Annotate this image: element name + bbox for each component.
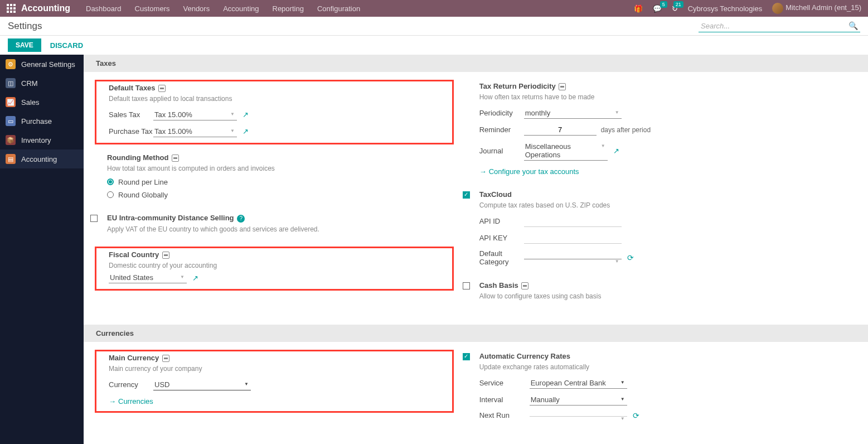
checkbox-taxcloud[interactable]: [463, 191, 470, 199]
dev-mode-icon[interactable]: [158, 85, 166, 92]
card-desc: How total tax amount is computed in orde…: [107, 164, 449, 173]
checkbox-cash-basis[interactable]: [463, 282, 470, 289]
gift-icon[interactable]: 🎁: [634, 4, 643, 13]
caret-icon: ▼: [180, 274, 185, 279]
card-desc: Allow to configure taxes using cash basi…: [479, 292, 822, 301]
card-desc: Domestic country of your accounting: [109, 261, 448, 271]
api-key-label: API KEY: [479, 234, 524, 242]
category-select[interactable]: ▼: [524, 257, 622, 259]
caret-icon: ▼: [615, 259, 619, 264]
external-link-icon[interactable]: ↗: [192, 274, 198, 282]
sidebar-item-inventory[interactable]: 📦Inventory: [0, 131, 84, 149]
dev-mode-icon[interactable]: [162, 252, 169, 259]
nav-vendors[interactable]: Vendors: [183, 4, 210, 13]
card-title: Cash Basis: [479, 281, 518, 289]
service-select[interactable]: European Central Bank▼: [530, 378, 627, 389]
service-label: Service: [479, 379, 530, 387]
periodicity-select[interactable]: monthly▼: [524, 108, 622, 119]
card-title: Tax Return Periodicity: [479, 82, 556, 90]
link-currencies[interactable]: →Currencies: [109, 397, 153, 406]
accounting-icon: ▤: [6, 154, 16, 164]
reload-icon[interactable]: ⟳: [633, 411, 639, 420]
sidebar-item-crm[interactable]: ◫CRM: [0, 74, 84, 93]
card-title: Fiscal Country: [109, 250, 159, 259]
settings-content: Taxes Default Taxes Default taxes applie…: [84, 55, 868, 444]
sidebar-item-purchase[interactable]: ▭Purchase: [0, 112, 84, 131]
checkbox-auto-rates[interactable]: [463, 353, 470, 360]
external-link-icon[interactable]: ↗: [243, 110, 249, 119]
card-fiscal-country: Fiscal Country Domestic country of your …: [95, 247, 454, 291]
nav-customers[interactable]: Customers: [135, 4, 170, 13]
link-configure-tax[interactable]: →Configure your tax accounts: [479, 167, 579, 176]
purchase-tax-select[interactable]: Tax 15.00%▼: [153, 126, 237, 137]
inventory-icon: 📦: [6, 135, 16, 145]
api-id-label: API ID: [479, 217, 524, 225]
messages-icon[interactable]: 💬5: [653, 4, 662, 13]
caret-icon: ▼: [620, 416, 625, 421]
nav-configuration[interactable]: Configuration: [317, 4, 360, 13]
app-title[interactable]: Accounting: [21, 3, 70, 13]
nav-right: 🎁 💬5 ↻21 Cybrosys Technologies Mitchell …: [634, 3, 861, 14]
messages-badge: 5: [660, 1, 667, 8]
search-icon[interactable]: 🔍: [848, 21, 858, 30]
sidebar-label: CRM: [21, 79, 38, 88]
card-rounding: Rounding Method How total tax amount is …: [95, 151, 454, 205]
reminder-input[interactable]: [524, 124, 597, 136]
save-button[interactable]: SAVE: [8, 38, 41, 52]
card-title: Rounding Method: [107, 153, 168, 162]
external-link-icon[interactable]: ↗: [243, 127, 249, 136]
sidebar-label: Purchase: [21, 117, 52, 126]
help-icon[interactable]: ?: [237, 215, 245, 223]
dev-mode-icon[interactable]: [172, 155, 179, 162]
api-id-input[interactable]: [524, 216, 622, 227]
action-bar: SAVE DISCARD: [0, 36, 868, 55]
dev-mode-icon[interactable]: [559, 83, 566, 90]
apps-grid-icon[interactable]: [7, 4, 16, 13]
discard-button[interactable]: DISCARD: [50, 41, 83, 50]
reminder-suffix: days after period: [601, 126, 651, 134]
caret-icon: ▼: [230, 128, 235, 133]
sidebar-label: Inventory: [21, 136, 51, 144]
caret-icon: ▼: [615, 110, 619, 115]
card-default-taxes: Default Taxes Default taxes applied to l…: [95, 80, 454, 144]
top-navbar: Accounting Dashboard Customers Vendors A…: [0, 0, 868, 17]
card-title: TaxCloud: [479, 190, 512, 199]
journal-select[interactable]: Miscellaneous Operations▼: [524, 141, 608, 161]
card-desc: How often tax returns have to be made: [479, 93, 822, 102]
next-run-select[interactable]: ▼: [530, 414, 627, 417]
sidebar-label: Accounting: [21, 155, 57, 163]
dev-mode-icon[interactable]: [162, 355, 169, 362]
sidebar-item-accounting[interactable]: ▤Accounting: [0, 149, 84, 168]
radio-round-globally[interactable]: [107, 191, 114, 198]
user-menu[interactable]: Mitchell Admin (ent_15): [772, 3, 861, 14]
card-title: EU Intra-community Distance Selling: [107, 214, 234, 222]
sidebar-item-sales[interactable]: 📈Sales: [0, 93, 84, 112]
api-key-input[interactable]: [524, 233, 622, 244]
external-link-icon[interactable]: ↗: [613, 147, 619, 155]
nav-menu: Dashboard Customers Vendors Accounting R…: [86, 4, 634, 13]
reload-icon[interactable]: ⟳: [627, 253, 634, 262]
arrow-icon: →: [479, 167, 487, 176]
sidebar-item-general[interactable]: ⚙General Settings: [0, 55, 84, 74]
purchase-tax-label: Purchase Tax: [109, 127, 153, 136]
nav-reporting[interactable]: Reporting: [273, 4, 304, 13]
sales-tax-select[interactable]: Tax 15.00%▼: [153, 109, 237, 120]
company-name[interactable]: Cybrosys Technologies: [688, 4, 762, 13]
nav-dashboard[interactable]: Dashboard: [86, 4, 122, 13]
checkbox-eu[interactable]: [90, 215, 98, 222]
activities-icon[interactable]: ↻21: [672, 4, 678, 13]
interval-select[interactable]: Manually▼: [530, 394, 627, 406]
radio-round-per-line[interactable]: [107, 178, 114, 185]
avatar-icon: [772, 3, 783, 14]
card-taxcloud: TaxCloud Compute tax rates based on U.S.…: [467, 188, 826, 272]
card-title: Default Taxes: [109, 84, 156, 92]
search-input[interactable]: [699, 20, 860, 32]
nav-accounting[interactable]: Accounting: [223, 4, 259, 13]
purchase-icon: ▭: [6, 116, 16, 126]
caret-icon: ▼: [620, 397, 625, 402]
currency-select[interactable]: USD▼: [153, 379, 251, 390]
page-title: Settings: [8, 21, 42, 32]
settings-sidebar: ⚙General Settings ◫CRM 📈Sales ▭Purchase …: [0, 55, 84, 444]
dev-mode-icon[interactable]: [521, 282, 528, 289]
fiscal-country-select[interactable]: United States▼: [109, 272, 187, 283]
